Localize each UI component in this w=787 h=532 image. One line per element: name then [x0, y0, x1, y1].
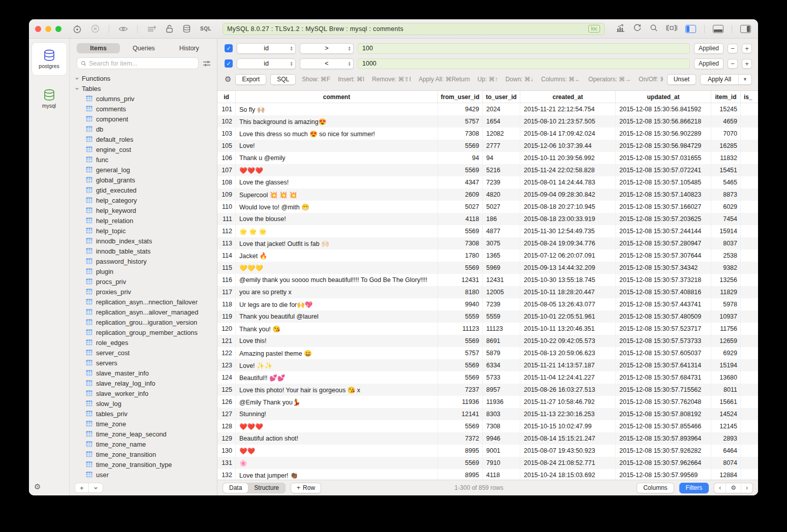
sidebar-table-item[interactable]: time_zone_leap_second — [73, 429, 217, 439]
sidebar-table-item[interactable]: replication_group_member_actions — [73, 327, 217, 337]
sidebar-table-item[interactable]: time_zone — [73, 419, 217, 429]
table-row[interactable]: 128❤️❤️❤️556973082015-10-15 10:02:47.992… — [217, 420, 758, 432]
remove-filter-button[interactable]: − — [728, 59, 738, 69]
unset-button[interactable]: Unset — [667, 74, 696, 85]
table-row[interactable]: 101So fly 🙌🏼942920242015-11-21 22:12:54.… — [217, 103, 758, 115]
zoom-window-button[interactable] — [55, 26, 61, 32]
filter-operator-select[interactable]: >▲▼ — [300, 43, 354, 54]
sidebar-table-item[interactable]: replication_grou...iguration_version — [73, 317, 217, 327]
filter-value-input[interactable] — [358, 58, 690, 69]
filter-column-select[interactable]: id▲▼ — [237, 58, 296, 69]
add-item-button[interactable]: + — [75, 483, 88, 492]
sidebar-table-item[interactable]: role_edges — [73, 337, 217, 348]
sidebar-table-item[interactable]: time_zone_transition_type — [73, 459, 217, 470]
connection-status-icon[interactable] — [73, 24, 82, 34]
table-row[interactable]: 118Ur legs are to die for🙌💖994072392015-… — [217, 298, 758, 310]
column-header-from_user_id[interactable]: from_user_id — [438, 91, 483, 103]
sidebar-table-item[interactable]: component — [73, 114, 217, 124]
sidebar-table-item[interactable]: tables_priv — [73, 409, 217, 419]
sidebar-table-item[interactable]: gtid_executed — [73, 185, 217, 195]
tree-section-tables[interactable]: Tables — [73, 83, 217, 93]
page-settings-gear-icon[interactable]: ⚙ — [726, 483, 741, 493]
table-row[interactable]: 122Amazing pastel theme 😀575758792015-08… — [217, 347, 758, 359]
connection-banner[interactable]: MySQL 8.0.27 : TLSv1.2 : MySQL Brew : my… — [223, 23, 605, 35]
sidebar-table-item[interactable]: comments — [73, 104, 217, 114]
sidebar-table-item[interactable]: general_log — [73, 165, 217, 175]
export-button[interactable]: Export — [235, 74, 266, 85]
sidebar-table-item[interactable]: time_zone_name — [73, 439, 217, 449]
table-row[interactable]: 109Supercool 💥 💥 💥260948202015-09-04 09:… — [217, 189, 758, 201]
connection-mysql[interactable]: mysql — [32, 82, 67, 115]
table-row[interactable]: 132Love that jumper! 👏🏾899541182015-10-2… — [217, 469, 758, 480]
sidebar-table-item[interactable]: help_keyword — [73, 205, 217, 215]
commit-list-icon[interactable] — [147, 25, 156, 33]
table-row[interactable]: 120Thank you! 😘11123111232015-10-11 13:2… — [217, 323, 758, 335]
tab-data[interactable]: Data — [223, 483, 248, 493]
stop-icon[interactable] — [91, 24, 100, 33]
refresh-icon[interactable] — [633, 23, 642, 34]
table-row[interactable]: 102This background is amazing😍5757165420… — [217, 115, 758, 128]
sidebar-table-item[interactable]: slave_master_info — [73, 368, 217, 378]
sidebar-table-item[interactable]: slave_relay_log_info — [73, 378, 217, 388]
sidebar-table-item[interactable]: time_zone_transition — [73, 449, 217, 459]
filters-button[interactable]: Filters — [679, 483, 709, 493]
sidebar-table-item[interactable]: func — [73, 154, 217, 165]
applied-button[interactable]: Applied — [694, 58, 723, 69]
tab-history[interactable]: History — [168, 43, 211, 53]
minimize-window-button[interactable] — [45, 26, 51, 32]
tree-section-functions[interactable]: Functions — [73, 73, 217, 83]
table-row[interactable]: 107❤️❤️❤️556952162015-11-24 22:02:58.828… — [217, 164, 758, 176]
filter-operator-select[interactable]: <▲▼ — [300, 58, 354, 69]
column-header-item_id[interactable]: item_id — [711, 91, 741, 103]
sidebar-search[interactable] — [77, 57, 199, 69]
table-row[interactable]: 110Would love to! @mith 😁502750272015-08… — [217, 201, 758, 213]
column-header-to_user_id[interactable]: to_user_id — [483, 91, 520, 103]
table-row[interactable]: 123Love! ✨✨556963342015-11-21 14:13:57.1… — [217, 359, 758, 371]
filter-column-select[interactable]: id▲▼ — [237, 43, 296, 54]
table-row[interactable]: 103Love this dress so much 😍 so nice for… — [217, 128, 758, 140]
settings-gear-icon[interactable]: ⚙ — [34, 482, 41, 491]
toggle-left-panel-icon[interactable] — [685, 25, 696, 33]
sidebar-table-item[interactable]: server_cost — [73, 348, 217, 358]
sidebar-table-item[interactable]: db — [73, 124, 217, 134]
add-row-button[interactable]: +Row — [291, 483, 321, 493]
table-row[interactable]: 121Love this!556986912015-10-22 09:42:05… — [217, 335, 758, 347]
column-header-created_at[interactable]: created_at — [520, 91, 616, 103]
sidebar-table-item[interactable]: proxies_priv — [73, 287, 217, 297]
table-row[interactable]: 116@emily thank you soooo much beautiful… — [217, 274, 758, 286]
filter-value-input[interactable] — [358, 43, 690, 54]
sidebar-table-item[interactable]: servers — [73, 358, 217, 368]
tab-queries[interactable]: Queries — [122, 43, 165, 53]
preview-eye-icon[interactable] — [118, 25, 128, 33]
table-row[interactable]: 112🌟 🌟 🌟556948772015-11-30 12:54:49.7352… — [217, 225, 758, 237]
table-row[interactable]: 117you are so pretty x8180120052015-10-1… — [217, 286, 758, 298]
filter-enabled-checkbox[interactable]: ✓ — [225, 44, 233, 52]
next-page-button[interactable]: › — [741, 483, 752, 493]
toggle-bottom-panel-icon[interactable] — [713, 25, 723, 33]
sidebar-table-item[interactable]: columns_priv — [73, 93, 217, 104]
table-row[interactable]: 114Jacket 🔥178013652015-07-12 06:20:07.0… — [217, 249, 758, 262]
column-header-comment[interactable]: comment — [236, 91, 438, 103]
column-header-is_[interactable]: is_ — [741, 91, 758, 103]
apply-all-button[interactable]: Apply All ▼ — [700, 74, 752, 85]
sql-editor-icon[interactable]: SQL — [200, 26, 211, 32]
sidebar-table-item[interactable]: help_relation — [73, 215, 217, 226]
toggle-right-panel-icon[interactable] — [740, 25, 751, 33]
database-icon[interactable] — [182, 24, 191, 33]
table-row[interactable]: 111Love the blouse!41181862015-08-18 23:… — [217, 213, 758, 225]
add-filter-button[interactable]: + — [742, 44, 752, 53]
filter-enabled-checkbox[interactable]: ✓ — [225, 59, 233, 68]
sidebar-table-item[interactable]: slave_worker_info — [73, 388, 217, 398]
search-input[interactable] — [89, 60, 195, 67]
table-row[interactable]: 130❤️❤️899590012015-08-07 19:43:50.92320… — [217, 445, 758, 457]
sidebar-table-item[interactable]: innodb_table_stats — [73, 246, 217, 256]
filter-sliders-icon[interactable] — [203, 60, 211, 67]
add-filter-button[interactable]: + — [742, 59, 752, 69]
connection-postgres[interactable]: postgres — [32, 43, 67, 75]
table-row[interactable]: 126@Emily Thank you💃11936119362015-11-27… — [217, 396, 758, 408]
tab-structure[interactable]: Structure — [248, 483, 285, 493]
applied-button[interactable]: Applied — [694, 43, 723, 54]
sidebar-table-item[interactable]: engine_cost — [73, 144, 217, 154]
sidebar-table-item[interactable]: plugin — [73, 266, 217, 276]
table-row[interactable]: 115💛💛💛556959692015-09-13 14:44:32.209201… — [217, 262, 758, 274]
